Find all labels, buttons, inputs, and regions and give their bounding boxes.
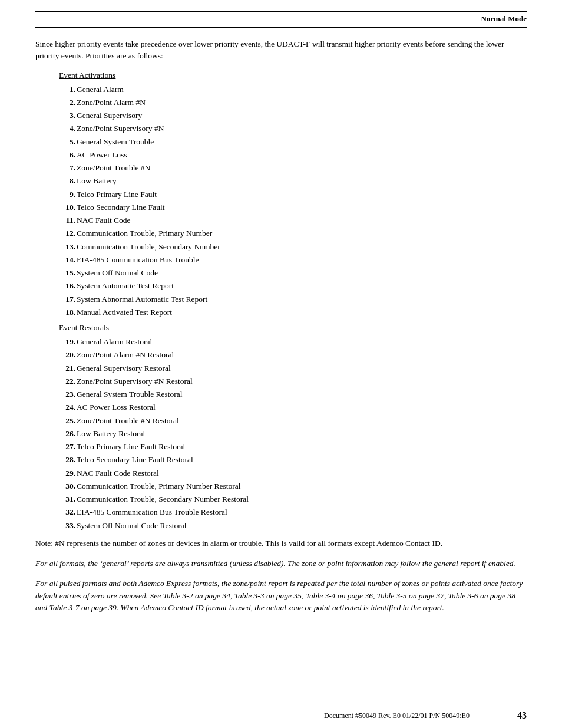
item-text: Telco Secondary Line Fault [77, 202, 164, 213]
list-item: 32.EIA-485 Communication Bus Trouble Res… [59, 506, 527, 518]
list-item: 14.EIA-485 Communication Bus Trouble [59, 254, 527, 266]
list-item: 26.Low Battery Restoral [59, 428, 527, 440]
italic-paragraph-2: For all pulsed formats and both Ademco E… [35, 578, 527, 614]
item-text: Communication Trouble, Secondary Number … [77, 493, 249, 505]
list-item: 29.NAC Fault Code Restoral [59, 467, 527, 479]
list-item: 25.Zone/Point Trouble #N Restoral [59, 415, 527, 427]
item-text: System Automatic Test Report [77, 280, 174, 292]
item-text: General Supervisory [77, 110, 142, 121]
list-item: 7.Zone/Point Trouble #N [59, 162, 527, 174]
item-text: System Abnormal Automatic Test Report [77, 294, 207, 305]
list-item: 8.Low Battery [59, 175, 527, 187]
header-label: Normal Mode [35, 14, 527, 24]
list-item: 1.General Alarm [59, 84, 527, 95]
list-item: 16.System Automatic Test Report [59, 280, 527, 292]
item-text: AC Power Loss [77, 149, 127, 161]
note-paragraph: Note: #N represents the number of zones … [35, 538, 527, 549]
page-number: 43 [517, 710, 527, 721]
item-number: 13. [59, 241, 75, 253]
item-text: System Off Normal Code [77, 267, 158, 279]
list-item: 31.Communication Trouble, Secondary Numb… [59, 493, 527, 505]
item-number: 12. [59, 228, 75, 239]
item-number: 3. [59, 110, 75, 121]
item-number: 6. [59, 149, 75, 161]
list-item: 3.General Supervisory [59, 110, 527, 121]
item-number: 27. [59, 441, 75, 453]
page: Normal Mode Since higher priority events… [0, 11, 562, 728]
item-number: 33. [59, 520, 75, 532]
item-text: Zone/Point Supervisory #N Restoral [77, 375, 193, 387]
item-number: 31. [59, 493, 75, 505]
item-number: 14. [59, 254, 75, 266]
item-text: NAC Fault Code Restoral [77, 467, 159, 479]
list-item: 15.System Off Normal Code [59, 267, 527, 279]
item-number: 30. [59, 480, 75, 492]
item-number: 23. [59, 388, 75, 400]
main-content: Since higher priority events take preced… [35, 38, 527, 614]
item-text: Low Battery Restoral [77, 428, 145, 440]
item-text: Telco Primary Line Fault [77, 189, 157, 200]
item-text: Telco Primary Line Fault Restoral [77, 441, 185, 453]
footer: Document #50049 Rev. E0 01/22/01 P/N 500… [35, 710, 527, 721]
item-number: 4. [59, 123, 75, 134]
list-item: 12.Communication Trouble, Primary Number [59, 228, 527, 239]
item-number: 15. [59, 267, 75, 279]
item-text: General Alarm Restoral [77, 336, 152, 348]
list-item: 30.Communication Trouble, Primary Number… [59, 480, 527, 492]
item-text: Zone/Point Trouble #N [77, 162, 150, 174]
item-text: EIA-485 Communication Bus Trouble [77, 254, 199, 266]
list-item: 28.Telco Secondary Line Fault Restoral [59, 454, 527, 466]
list-item: 13.Communication Trouble, Secondary Numb… [59, 241, 527, 253]
list-item: 27.Telco Primary Line Fault Restoral [59, 441, 527, 453]
list-item: 24.AC Power Loss Restoral [59, 401, 527, 413]
item-number: 28. [59, 454, 75, 466]
item-text: General System Trouble [77, 136, 154, 148]
item-text: Communication Trouble, Primary Number [77, 228, 212, 239]
list-item: 5.General System Trouble [59, 136, 527, 148]
item-text: General Alarm [77, 84, 124, 95]
item-number: 5. [59, 136, 75, 148]
item-number: 32. [59, 506, 75, 518]
item-number: 8. [59, 175, 75, 187]
item-number: 1. [59, 84, 75, 95]
item-number: 17. [59, 294, 75, 305]
item-text: EIA-485 Communication Bus Trouble Restor… [77, 506, 227, 518]
item-number: 10. [59, 202, 75, 213]
list-item: 20.Zone/Point Alarm #N Restoral [59, 349, 527, 361]
item-text: Manual Activated Test Report [77, 307, 172, 318]
list-item: 11.NAC Fault Code [59, 215, 527, 226]
item-text: Communication Trouble, Primary Number Re… [77, 480, 241, 492]
footer-center: Document #50049 Rev. E0 01/22/01 P/N 500… [276, 711, 517, 720]
item-text: Telco Secondary Line Fault Restoral [77, 454, 193, 466]
event-activations-label: Event Activations [59, 71, 527, 80]
list-item: 21.General Supervisory Restoral [59, 363, 527, 374]
item-text: General Supervisory Restoral [77, 363, 171, 374]
item-number: 21. [59, 363, 75, 374]
list-item: 2.Zone/Point Alarm #N [59, 97, 527, 108]
item-number: 2. [59, 97, 75, 108]
list-item: 6.AC Power Loss [59, 149, 527, 161]
event-restorals-label: Event Restorals [59, 323, 527, 332]
item-text: System Off Normal Code Restoral [77, 520, 186, 532]
item-number: 22. [59, 375, 75, 387]
list-item: 18.Manual Activated Test Report [59, 307, 527, 318]
list-item: 22.Zone/Point Supervisory #N Restoral [59, 375, 527, 387]
item-number: 11. [59, 215, 75, 226]
list-item: 9.Telco Primary Line Fault [59, 189, 527, 200]
list-item: 17.System Abnormal Automatic Test Report [59, 294, 527, 305]
item-number: 16. [59, 280, 75, 292]
item-text: General System Trouble Restoral [77, 388, 183, 400]
item-text: Zone/Point Alarm #N Restoral [77, 349, 174, 361]
item-number: 18. [59, 307, 75, 318]
list-item: 23.General System Trouble Restoral [59, 388, 527, 400]
item-number: 7. [59, 162, 75, 174]
item-number: 26. [59, 428, 75, 440]
item-number: 19. [59, 336, 75, 348]
item-text: NAC Fault Code [77, 215, 131, 226]
item-number: 20. [59, 349, 75, 361]
item-text: Zone/Point Supervisory #N [77, 123, 164, 134]
activations-list: 1.General Alarm2.Zone/Point Alarm #N3.Ge… [59, 84, 527, 319]
list-item: 19.General Alarm Restoral [59, 336, 527, 348]
item-number: 25. [59, 415, 75, 427]
restorals-list: 19.General Alarm Restoral20.Zone/Point A… [59, 336, 527, 532]
